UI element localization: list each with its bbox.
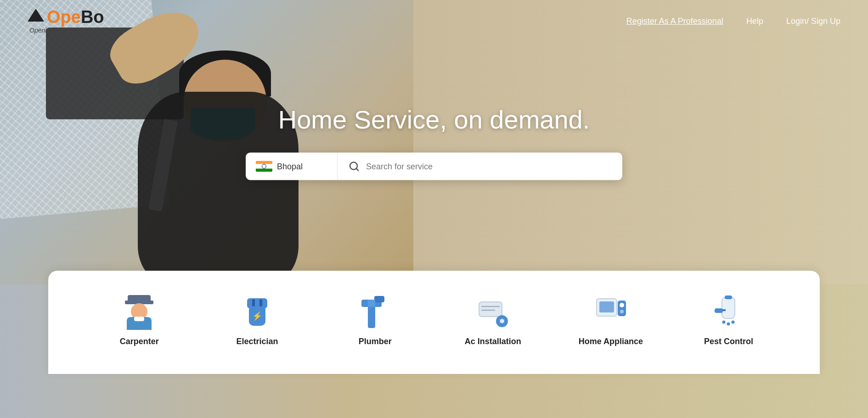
service-item-pest-control[interactable]: Pest Control [692,294,766,346]
plumber-icon-graphic [361,296,389,328]
svg-rect-2 [368,304,375,328]
svg-rect-12 [599,301,614,312]
india-flag-icon [256,161,272,172]
search-icon [349,161,360,172]
logo-tagline: Opening the boundaries [29,27,98,34]
svg-rect-6 [479,302,502,317]
electrician-pin-2 [259,299,262,307]
flag-white-stripe [256,164,272,169]
service-item-plumber[interactable]: Plumber [338,294,412,346]
carpenter-collar [134,317,144,321]
ashoka-chakra [262,164,266,169]
navbar: OpeBo Opening the boundaries Register As… [0,0,868,42]
logo-text: OpeBo [47,8,104,26]
svg-rect-19 [722,309,726,311]
hero-content: Home Service, on demand. Bhopal [227,105,641,180]
search-input-area[interactable] [338,153,622,180]
service-label-pest-control: Pest Control [704,337,753,346]
electrician-pin-1 [252,299,255,307]
svg-rect-18 [715,308,723,313]
register-professional-link[interactable]: Register As A Professional [626,17,723,26]
electrician-bolt-icon: ⚡ [252,311,262,321]
svg-text:❄: ❄ [499,318,505,325]
svg-point-22 [732,321,735,324]
service-item-electrician[interactable]: ⚡ Electrician [220,294,294,346]
service-item-ac[interactable]: ❄ Ac Installation [456,294,530,346]
svg-rect-16 [722,297,735,318]
service-label-carpenter: Carpenter [120,337,159,346]
logo[interactable]: OpeBo Opening the boundaries [28,8,104,34]
electrician-icon-graphic: ⚡ [243,295,271,329]
electrician-icon: ⚡ [239,294,276,330]
svg-line-1 [356,168,358,170]
flag-green-stripe [256,169,272,172]
home-appliance-icon [592,294,629,330]
carpenter-icon-graphic [123,295,155,329]
pest-control-icon [710,294,747,330]
service-label-home-appliance: Home Appliance [579,337,643,346]
service-label-electrician: Electrician [236,337,278,346]
svg-rect-17 [725,295,732,299]
service-label-plumber: Plumber [359,337,392,346]
pest-control-icon-graphic [714,295,744,329]
ac-icon-graphic: ❄ [478,297,508,327]
nav-links: Register As A Professional Help Login/ S… [626,17,840,26]
logo-ope: Ope [47,7,81,27]
search-input[interactable] [366,162,611,171]
svg-point-14 [620,303,624,307]
login-signup-link[interactable]: Login/ Sign Up [786,17,840,26]
hero-title: Home Service, on demand. [227,105,641,134]
logo-bo: Bo [81,7,104,27]
logo-icon [28,9,44,22]
flag-orange-stripe [256,161,272,164]
svg-rect-5 [368,300,375,307]
plumber-pipes-svg [361,296,389,328]
services-grid: Carpenter ⚡ [85,294,783,346]
search-bar: Bhopal [246,153,622,180]
service-item-carpenter[interactable]: Carpenter [102,294,176,346]
ac-installation-icon: ❄ [474,294,511,330]
hero-section: Home Service, on demand. Bhopal [0,0,868,284]
home-appliance-icon-graphic [595,296,627,328]
carpenter-icon [121,294,158,330]
svg-point-15 [620,310,624,313]
svg-point-21 [727,323,730,326]
help-link[interactable]: Help [746,17,763,26]
electrician-plug-body: ⚡ [249,307,265,326]
svg-point-20 [722,321,726,324]
electrician-plug: ⚡ [247,298,267,326]
svg-rect-4 [374,296,384,302]
service-item-home-appliance[interactable]: Home Appliance [574,294,648,346]
location-selector[interactable]: Bhopal [246,153,338,180]
service-label-ac: Ac Installation [465,337,521,346]
location-value: Bhopal [277,162,303,171]
services-section: Carpenter ⚡ [48,271,820,374]
plumber-icon [357,294,394,330]
